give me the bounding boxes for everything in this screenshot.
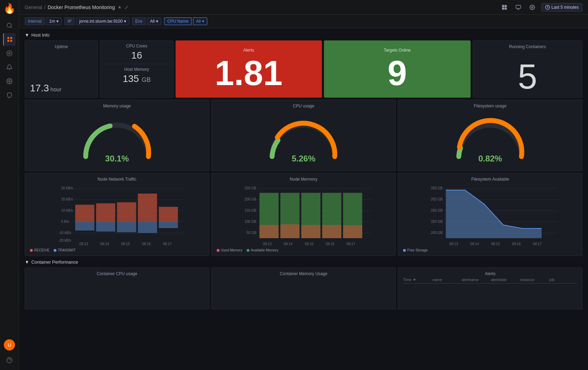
cpu-memory-stacked-card: CPU Cores 16 Host Memory 135 GB (100, 40, 173, 98)
svg-text:20 kB/s: 20 kB/s (61, 197, 73, 201)
svg-point-18 (532, 7, 533, 8)
svg-rect-4 (7, 40, 9, 42)
sidebar-item-explore[interactable] (3, 47, 16, 60)
svg-text:08:15: 08:15 (304, 242, 313, 246)
header: General / Docker Prometheus Monitoring ★… (19, 0, 588, 15)
svg-text:283 GB: 283 GB (431, 220, 443, 224)
cpu-name-label: CPU Name (164, 17, 192, 25)
svg-rect-12 (505, 5, 507, 7)
sidebar-item-search[interactable] (3, 19, 16, 32)
alerts-value: 1.81 (215, 55, 283, 90)
col-instance[interactable]: instance (520, 278, 548, 282)
sidebar-item-shield[interactable] (3, 89, 16, 101)
uptime-value: 17.3 (30, 83, 49, 94)
container-perf-section-header[interactable]: ▼ Container Performance (25, 258, 582, 267)
container-cpu-title: Container CPU usage (30, 271, 204, 276)
sidebar-item-settings[interactable] (3, 75, 16, 88)
env-label: Env (132, 17, 146, 25)
interval-value[interactable]: 1m ▾ (46, 17, 62, 25)
memory-gauge-value: 30.1% (105, 154, 129, 164)
tv-icon[interactable] (513, 2, 523, 12)
uptime-title: Uptime (30, 44, 93, 49)
svg-text:08:14: 08:14 (100, 242, 109, 246)
stat-cards-row: Uptime 17.3 hour CPU Cores 16 Host Memor… (25, 40, 582, 98)
share-icon[interactable]: ⤢ (124, 5, 129, 10)
svg-rect-38 (117, 222, 136, 232)
free-storage-label: Free Storage (407, 248, 427, 252)
alerts-table-title: Alerts (403, 271, 577, 276)
used-memory-dot (217, 249, 219, 252)
node-memory-chart-svg: 250 GB 200 GB 150 GB 100 GB 50 GB (217, 183, 391, 246)
user-avatar[interactable]: U (4, 339, 15, 350)
svg-rect-64 (322, 225, 341, 238)
running-containers-card: Running Containers 5 (473, 40, 582, 98)
filesystem-legend: Free Storage (403, 248, 577, 252)
svg-rect-11 (502, 5, 504, 7)
env-chevron: ▾ (156, 19, 158, 24)
col-name[interactable]: name (432, 278, 460, 282)
svg-rect-39 (138, 222, 157, 233)
breadcrumb-current[interactable]: Docker Prometheus Monitoring (48, 5, 115, 10)
sidebar-item-alerting[interactable] (3, 61, 16, 74)
sidebar-item-dashboards[interactable] (3, 33, 16, 46)
svg-text:08:16: 08:16 (142, 242, 151, 246)
targets-value: 9 (388, 55, 407, 90)
breadcrumb-root[interactable]: General (25, 5, 42, 10)
memory-usage-panel: Memory usage 30.1% (25, 100, 209, 171)
svg-text:0 B/s: 0 B/s (61, 220, 69, 224)
container-memory-panel: Container Memory Usage (211, 267, 396, 309)
cpu-name-value[interactable]: All ▾ (193, 17, 207, 25)
host-memory-value: 135 GB (105, 73, 168, 84)
interval-filter: Interval 1m ▾ (25, 17, 62, 25)
svg-text:10 kB/s: 10 kB/s (61, 209, 73, 212)
col-time[interactable]: Time ▼ (403, 278, 431, 282)
cpu-cores-value: 16 (105, 50, 168, 61)
svg-rect-13 (502, 7, 504, 9)
svg-rect-35 (159, 207, 178, 222)
cpu-usage-panel: CPU usage 5.26% (211, 100, 396, 171)
svg-text:08:15: 08:15 (491, 242, 500, 246)
cpu-gauge-value: 5.26% (292, 154, 315, 164)
ip-value[interactable]: jorne.int.stuvm.be:9100 ▾ (76, 17, 129, 25)
col-alertstate[interactable]: alertstate (491, 278, 519, 282)
running-containers-title: Running Containers (509, 44, 546, 49)
sidebar-item-help[interactable] (3, 354, 16, 367)
env-value[interactable]: All ▾ (147, 17, 161, 25)
settings-icon[interactable] (527, 2, 537, 12)
svg-text:150 GB: 150 GB (244, 209, 256, 212)
svg-rect-63 (301, 225, 320, 238)
container-memory-title: Container Memory Usage (217, 271, 391, 276)
time-range-label: Last 5 minutes (551, 5, 579, 10)
free-storage-dot (403, 249, 406, 252)
col-alertname[interactable]: alertname (462, 278, 489, 282)
alerts-title: Alerts (243, 48, 254, 53)
filesystem-usage-title: Filesystem usage (403, 104, 577, 108)
svg-text:08:17: 08:17 (163, 242, 172, 246)
col-job[interactable]: job (549, 278, 577, 282)
node-memory-title: Node Mermory (217, 177, 391, 182)
svg-point-7 (9, 53, 10, 54)
graph-add-icon[interactable] (500, 2, 509, 12)
svg-rect-37 (96, 222, 115, 232)
toolbar: Interval 1m ▾ IP jorne.int.stuvm.be:9100… (19, 15, 588, 28)
used-memory-label: Used Memory (221, 248, 242, 252)
uptime-unit: hour (51, 86, 62, 93)
svg-rect-14 (505, 7, 507, 9)
favorite-icon[interactable]: ★ (118, 5, 122, 10)
container-cpu-panel: Container CPU usage (25, 267, 209, 309)
svg-text:100 GB: 100 GB (244, 220, 256, 224)
svg-rect-36 (75, 222, 94, 231)
time-range-picker[interactable]: Last 5 minutes (541, 3, 582, 12)
gauge-panels-row: Memory usage 30.1% (25, 100, 582, 171)
svg-text:08:15: 08:15 (121, 242, 130, 246)
svg-rect-65 (343, 225, 362, 238)
col-alertname-label: alertname (462, 278, 479, 282)
ip-filter: IP jorne.int.stuvm.be:9100 ▾ (64, 17, 129, 25)
svg-text:283 GB: 283 GB (431, 209, 443, 212)
svg-rect-33 (117, 202, 136, 222)
svg-text:08:17: 08:17 (346, 242, 355, 246)
col-time-sort-icon: ▼ (412, 278, 416, 282)
svg-line-1 (10, 27, 11, 28)
running-containers-value: 5 (518, 59, 537, 94)
host-info-section-header[interactable]: ▼ Host Info (25, 31, 582, 40)
